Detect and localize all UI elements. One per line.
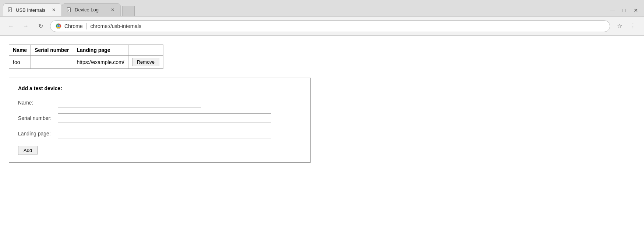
name-field-row: Name: bbox=[18, 98, 301, 107]
cell-landing: https://example.com/ bbox=[73, 56, 128, 69]
page-content: Name Serial number Landing page foo http… bbox=[0, 36, 644, 237]
cell-action: Remove bbox=[128, 56, 163, 69]
minimize-button[interactable]: — bbox=[609, 7, 616, 13]
back-button[interactable]: ← bbox=[6, 21, 16, 31]
col-header-name: Name bbox=[9, 45, 31, 56]
bookmark-button[interactable]: ☆ bbox=[615, 21, 625, 31]
svg-point-10 bbox=[57, 25, 60, 27]
landing-label: Landing page: bbox=[18, 131, 55, 137]
window-controls: — □ ✕ bbox=[609, 7, 641, 16]
add-device-form: Add a test device: Name: Serial number: … bbox=[9, 78, 311, 163]
tab-page-icon-2 bbox=[67, 7, 72, 13]
serial-label: Serial number: bbox=[18, 115, 55, 121]
chrome-logo-icon bbox=[56, 23, 61, 29]
serial-input[interactable] bbox=[58, 113, 271, 123]
close-button[interactable]: ✕ bbox=[632, 7, 640, 13]
forward-button[interactable]: → bbox=[21, 21, 31, 31]
col-header-landing: Landing page bbox=[73, 45, 128, 56]
tab-device-log[interactable]: Device Log ✕ bbox=[62, 3, 121, 16]
add-button[interactable]: Add bbox=[18, 146, 38, 155]
table-header-row: Name Serial number Landing page bbox=[9, 45, 163, 56]
title-bar: USB Internals ✕ Device Log ✕ — □ ✕ bbox=[0, 0, 644, 17]
url-divider: | bbox=[86, 22, 88, 30]
landing-field-row: Landing page: bbox=[18, 129, 301, 138]
new-tab-placeholder bbox=[122, 6, 135, 16]
device-table: Name Serial number Landing page foo http… bbox=[9, 45, 163, 69]
tab-usb-internals[interactable]: USB Internals ✕ bbox=[3, 3, 62, 16]
name-input[interactable] bbox=[58, 98, 201, 107]
serial-field-row: Serial number: bbox=[18, 113, 301, 123]
add-device-title: Add a test device: bbox=[18, 85, 301, 91]
col-header-action bbox=[128, 45, 163, 56]
toolbar-right: ☆ ⋮ bbox=[615, 21, 638, 31]
tab-device-log-close[interactable]: ✕ bbox=[109, 7, 116, 13]
col-header-serial: Serial number bbox=[31, 45, 73, 56]
name-label: Name: bbox=[18, 100, 55, 106]
tab-device-log-label: Device Log bbox=[75, 7, 106, 13]
maximize-button[interactable]: □ bbox=[620, 7, 628, 13]
table-row: foo https://example.com/ Remove bbox=[9, 56, 163, 69]
address-bar: ← → ↻ Chrome | chrome://usb-internals ☆ … bbox=[0, 17, 644, 36]
tab-page-icon bbox=[8, 7, 13, 13]
browser-brand-label: Chrome bbox=[64, 23, 83, 29]
url-text: chrome://usb-internals bbox=[90, 23, 141, 29]
tab-usb-internals-label: USB Internals bbox=[16, 7, 47, 13]
landing-input[interactable] bbox=[58, 129, 271, 138]
menu-button[interactable]: ⋮ bbox=[628, 21, 638, 31]
reload-button[interactable]: ↻ bbox=[35, 21, 46, 31]
tab-usb-internals-close[interactable]: ✕ bbox=[50, 7, 57, 13]
cell-name: foo bbox=[9, 56, 31, 69]
cell-serial bbox=[31, 56, 73, 69]
remove-button[interactable]: Remove bbox=[132, 58, 159, 66]
url-bar[interactable]: Chrome | chrome://usb-internals bbox=[50, 20, 610, 32]
svg-rect-8 bbox=[126, 8, 131, 14]
